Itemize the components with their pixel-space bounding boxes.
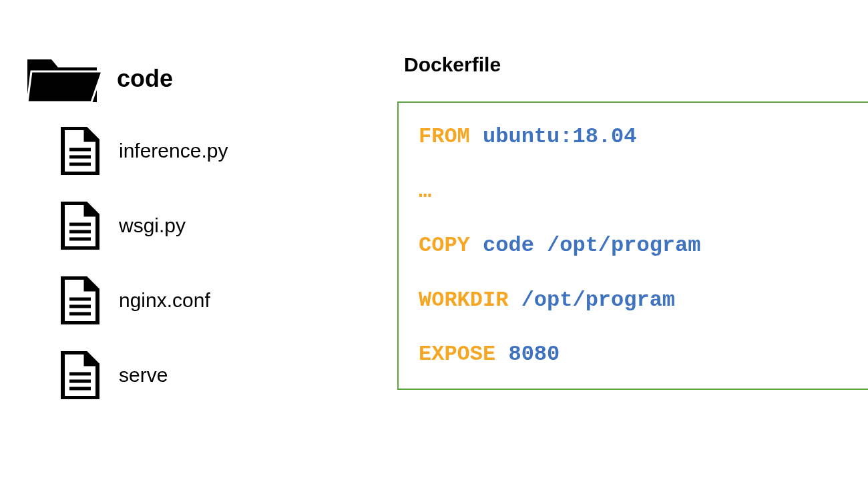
file-list: inference.py wsgi.py <box>60 127 228 399</box>
file-item: serve <box>60 351 228 399</box>
dockerfile-keyword: EXPOSE <box>419 342 495 367</box>
file-name-label: inference.py <box>119 140 228 162</box>
open-folder-icon <box>23 50 103 107</box>
dockerfile-keyword: FROM <box>419 124 470 149</box>
folder-section: code inference.py <box>23 50 228 426</box>
dockerfile-keyword: COPY <box>419 233 470 258</box>
dockerfile-args: ubuntu:18.04 <box>483 124 636 149</box>
file-item: nginx.conf <box>60 276 228 324</box>
dockerfile-section: Dockerfile FROM ubuntu:18.04 … COPY code… <box>397 53 868 390</box>
file-name-label: wsgi.py <box>119 214 186 237</box>
folder-name-label: code <box>117 65 173 93</box>
file-name-label: nginx.conf <box>119 289 210 312</box>
dockerfile-line: FROM ubuntu:18.04 <box>419 123 848 151</box>
dockerfile-args: code /opt/program <box>483 233 700 258</box>
dockerfile-keyword: WORKDIR <box>419 288 508 312</box>
document-icon <box>60 202 100 250</box>
file-name-label: serve <box>119 364 168 387</box>
dockerfile-line: WORKDIR /opt/program <box>419 286 848 314</box>
dockerfile-line: EXPOSE 8080 <box>419 340 848 369</box>
dockerfile-ellipsis: … <box>419 178 848 206</box>
document-icon <box>60 351 100 399</box>
dockerfile-args: /opt/program <box>521 288 675 312</box>
dockerfile-line: COPY code /opt/program <box>419 232 848 260</box>
dockerfile-title: Dockerfile <box>404 53 868 76</box>
file-item: wsgi.py <box>60 202 228 250</box>
document-icon <box>60 127 100 175</box>
dockerfile-args: 8080 <box>508 342 560 367</box>
folder-header: code <box>23 50 228 107</box>
dockerfile-code-box: FROM ubuntu:18.04 … COPY code /opt/progr… <box>397 101 868 390</box>
document-icon <box>60 276 100 324</box>
file-item: inference.py <box>60 127 228 175</box>
